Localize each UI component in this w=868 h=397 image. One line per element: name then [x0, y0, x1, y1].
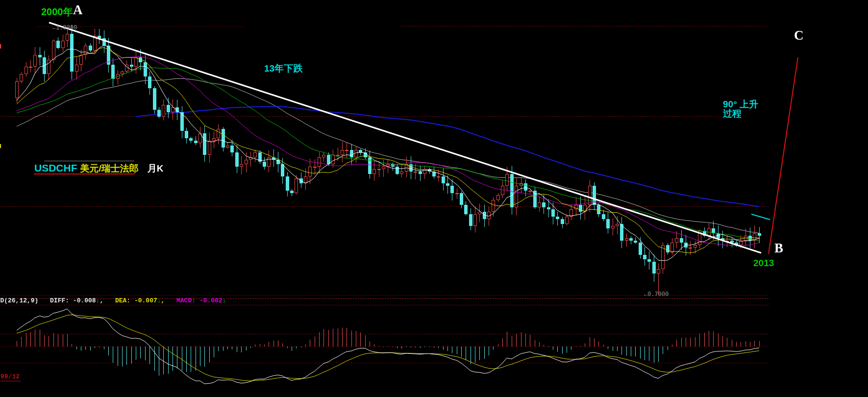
first-bar-date: 99/12 [0, 373, 21, 381]
macd-formula: MACD(26,12,9) [0, 297, 38, 304]
dea-down-arrow-icon: ↓ [157, 297, 161, 304]
symbol-code[interactable]: USDCHF [34, 162, 77, 174]
label-year-2000: 2000年 [41, 5, 73, 19]
rise-note-line2: 过程 [723, 109, 758, 118]
label-point-c: C [794, 28, 804, 43]
chart-window: 2000年 A ←1.8300 13年下跌 90° 上升 过程 C B 2013… [0, 0, 868, 397]
label-year-2013: 2013 [753, 258, 774, 269]
macd-down-arrow-icon: ↓ [223, 297, 226, 304]
label-90deg-rise: 90° 上升 过程 [723, 99, 758, 118]
high-price-tag: ←1.8300 [52, 25, 77, 31]
macd-diff-value: DIFF: -0.008 [50, 297, 96, 304]
diff-down-arrow-icon: ↓ [96, 297, 100, 304]
comma-1: , [99, 297, 103, 304]
macd-dea-value: DEA: -0.007 [115, 297, 157, 304]
title-rule-top [44, 161, 134, 161]
symbol-title[interactable]: USDCHF美元/瑞士法郎月K [34, 162, 164, 175]
comma-2: , [161, 297, 165, 304]
low-price-tag: ←0.7000 [644, 291, 669, 298]
rise-note-line1: 90° 上升 [723, 99, 758, 109]
macd-status-row: MACD(26,12,9) DIFF: -0.008↓, DEA: -0.007… [0, 297, 226, 304]
label-point-b: B [774, 241, 783, 256]
label-point-a: A [73, 2, 83, 18]
period-label[interactable]: 月K [148, 163, 164, 174]
price-macd-canvas[interactable] [0, 0, 868, 397]
label-13yr-decline: 13年下跌 [264, 64, 302, 73]
macd-macd-value: MACD: -0.002 [176, 297, 223, 304]
symbol-name: 美元/瑞士法郎 [80, 163, 139, 174]
